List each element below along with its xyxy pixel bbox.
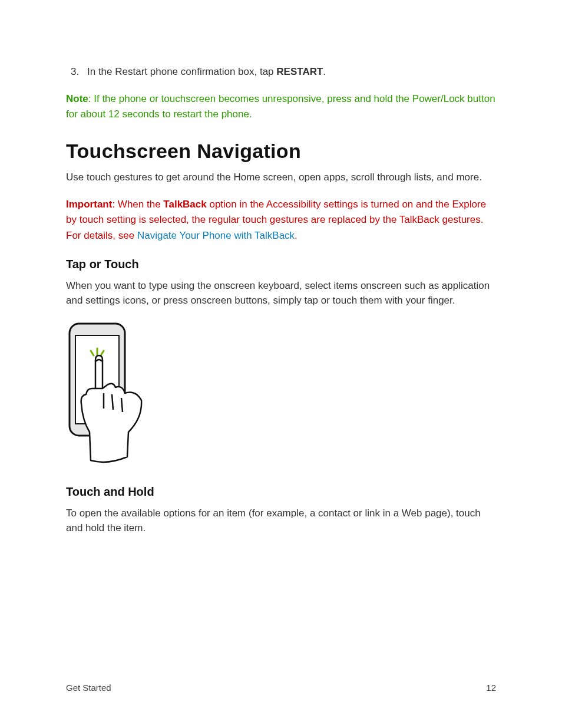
intro-text: Use touch gestures to get around the Hom… — [66, 170, 496, 185]
subheading-tap: Tap or Touch — [66, 258, 496, 271]
list-bold: RESTART — [276, 66, 323, 77]
list-prefix: In the Restart phone confirmation box, t… — [87, 66, 276, 77]
note-block: Note: If the phone or touchscreen become… — [66, 91, 496, 123]
important-block: Important: When the TalkBack option in t… — [66, 197, 496, 243]
section-heading: Touchscreen Navigation — [66, 140, 496, 163]
page-footer: Get Started 12 — [66, 683, 496, 693]
note-text: : If the phone or touchscreen becomes un… — [66, 93, 495, 120]
tap-body: When you want to type using the onscreen… — [66, 278, 496, 308]
important-p1: : When the — [112, 199, 163, 210]
list-text: In the Restart phone confirmation box, t… — [87, 65, 326, 80]
ordered-list-item: 3. In the Restart phone confirmation box… — [66, 65, 496, 80]
list-suffix: . — [323, 66, 326, 77]
talkback-link[interactable]: Navigate Your Phone with TalkBack — [137, 230, 295, 241]
important-tail: . — [295, 230, 297, 241]
important-bold: TalkBack — [163, 199, 206, 210]
document-page: 3. In the Restart phone confirmation box… — [0, 0, 562, 728]
tap-illustration — [66, 320, 148, 470]
subheading-hold: Touch and Hold — [66, 485, 496, 499]
list-marker: 3. — [66, 65, 87, 80]
note-label: Note — [66, 93, 88, 104]
hold-body: To open the available options for an ite… — [66, 506, 496, 536]
footer-page-number: 12 — [486, 683, 496, 693]
important-label: Important — [66, 199, 112, 210]
footer-section: Get Started — [66, 683, 111, 693]
